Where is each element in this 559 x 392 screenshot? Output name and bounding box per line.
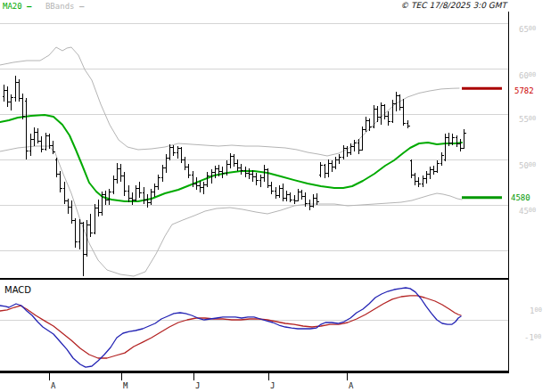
month-label: J <box>270 381 275 390</box>
month-label: J <box>195 381 200 390</box>
macd-axis-label: -100 <box>524 333 541 343</box>
price-axis-label: 5500 <box>519 115 536 125</box>
month-label: A <box>51 381 55 390</box>
price-axis-label: 6000 <box>519 71 536 81</box>
macd-panel-label: MACD <box>4 285 31 295</box>
price-axis-label: 5000 <box>519 161 536 171</box>
price-axis-label: 6500 <box>519 25 536 35</box>
price-axis-label: 4580 <box>511 193 530 202</box>
month-label: A <box>349 381 353 390</box>
month-label: M <box>123 381 127 390</box>
price-axis-label: 4500 <box>519 207 536 216</box>
stock-chart-window: MA20 — BBands — © TEC 17/8/2025 3:0 GMT … <box>0 0 559 392</box>
macd-axis-label: 100 <box>530 306 542 316</box>
chart-canvas[interactable] <box>0 0 559 392</box>
price-axis-label: 5782 <box>514 86 534 95</box>
